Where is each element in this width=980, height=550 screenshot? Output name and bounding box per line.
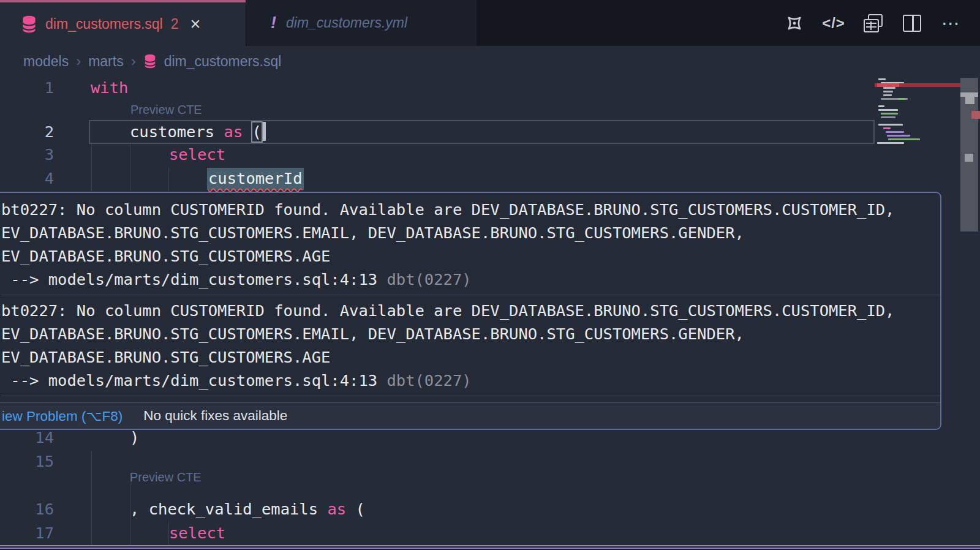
vscode-window: dim_customers.sql 2 × ! dim_customers.ym… (0, 0, 980, 550)
database-icon (143, 54, 157, 69)
line-number: 3 (0, 143, 54, 167)
overview-ruler-cursor-mark (960, 92, 978, 97)
quick-fix-message: No quick fixes available (143, 408, 287, 424)
code-line-2: 2 customers as ( (0, 120, 980, 144)
database-icon (21, 15, 37, 33)
compile-sql-icon[interactable]: </> (823, 13, 844, 34)
sql-keyword: select (169, 145, 225, 164)
error-message-line: EV_DATABASE.BRUNO.STG_CUSTOMERS.EMAIL, D… (1, 322, 940, 345)
error-source-code: dbt(0227) (386, 371, 471, 390)
split-editor-icon[interactable] (902, 13, 922, 34)
view-problem-link[interactable]: iew Problem (⌥F8) (2, 408, 123, 424)
overview-ruler-cursor-mark (965, 97, 974, 104)
minimap-error-line-highlight (877, 83, 899, 87)
tab-problem-count-badge: 2 (171, 16, 179, 32)
sql-keyword: as (327, 500, 346, 518)
breadcrumb-item-models[interactable]: models (23, 53, 69, 70)
error-token-customerid[interactable]: customerId (207, 168, 304, 190)
sql-keyword: as (224, 122, 252, 141)
open-paren: ( (346, 500, 365, 518)
overview-ruler-mark (965, 154, 973, 162)
line-number: 2 (0, 120, 54, 144)
line-number: 1 (0, 76, 54, 100)
breadcrumb: models › marts › dim_customers.sql (0, 46, 980, 77)
error-message-line: EV_DATABASE.BRUNO.STG_CUSTOMERS.AGE (1, 244, 940, 268)
overview-ruler-error-mark (971, 111, 980, 119)
error-block-2: bt0227: No column CUSTOMERID found. Avai… (1, 299, 940, 392)
line-number: 15 (0, 450, 54, 473)
hover-body: bt0227: No column CUSTOMERID found. Avai… (0, 193, 940, 404)
sql-keyword: with (91, 78, 128, 97)
editor-tab-bar: dim_customers.sql 2 × ! dim_customers.ym… (0, 0, 980, 46)
code-line-16: 16 , check_valid_emails as ( (0, 497, 980, 521)
code-line-4: 4 customerId (0, 167, 980, 190)
error-hover-popup[interactable]: bt0227: No column CUSTOMERID found. Avai… (0, 192, 941, 430)
close-icon[interactable]: × (190, 15, 201, 33)
code-lens-preview-cte[interactable]: Preview CTE (130, 103, 202, 117)
breadcrumb-item-file[interactable]: dim_customers.sql (164, 53, 282, 70)
hover-divider (1, 396, 940, 396)
editor-actions: </> ⋯ (784, 0, 980, 46)
cte-name: customers (130, 122, 224, 141)
tab-title: dim_customers.sql (45, 16, 163, 32)
chevron-right-icon: › (131, 53, 136, 70)
minimap[interactable] (876, 78, 946, 147)
tab-dim-customers-yml[interactable]: ! dim_customers.yml (246, 0, 477, 46)
matched-bracket: ( (251, 121, 263, 143)
error-message-line: EV_DATABASE.BRUNO.STG_CUSTOMERS.EMAIL, D… (1, 221, 940, 244)
tab-dim-customers-sql[interactable]: dim_customers.sql 2 × (0, 0, 246, 46)
chevron-right-icon: › (76, 53, 81, 70)
error-mark-icon: ! (271, 13, 276, 32)
hover-divider (1, 295, 940, 295)
window-bottom-border (0, 545, 980, 550)
hover-status-bar: iew Problem (⌥F8) No quick fixes availab… (0, 402, 940, 429)
dbt-icon[interactable] (784, 13, 805, 34)
error-location-line: --> models/marts/dim_customers.sql:4:13 … (1, 369, 940, 392)
error-message-line: EV_DATABASE.BRUNO.STG_CUSTOMERS.AGE (1, 345, 940, 369)
line-number: 17 (0, 521, 54, 545)
error-message-line: bt0227: No column CUSTOMERID found. Avai… (1, 198, 940, 221)
error-block-1: bt0227: No column CUSTOMERID found. Avai… (1, 198, 940, 291)
cte-name: , check_valid_emails (130, 500, 327, 518)
more-actions-icon[interactable]: ⋯ (941, 13, 962, 34)
code-line-1: 1 with (0, 76, 980, 100)
query-results-icon[interactable] (862, 13, 883, 34)
code-line-17: 17 select (0, 521, 980, 545)
code-line-3: 3 select (0, 143, 980, 167)
error-message-line: bt0227: No column CUSTOMERID found. Avai… (1, 299, 940, 322)
breadcrumb-item-marts[interactable]: marts (88, 53, 124, 70)
error-location-line: --> models/marts/dim_customers.sql:4:13 … (1, 268, 940, 291)
line-number: 4 (0, 167, 54, 190)
code-lens-preview-cte[interactable]: Preview CTE (130, 470, 202, 484)
line-number: 16 (0, 497, 54, 521)
text-cursor (263, 122, 266, 141)
error-source-code: dbt(0227) (386, 270, 471, 288)
tab-title: dim_customers.yml (286, 15, 407, 31)
sql-keyword: select (169, 524, 225, 542)
